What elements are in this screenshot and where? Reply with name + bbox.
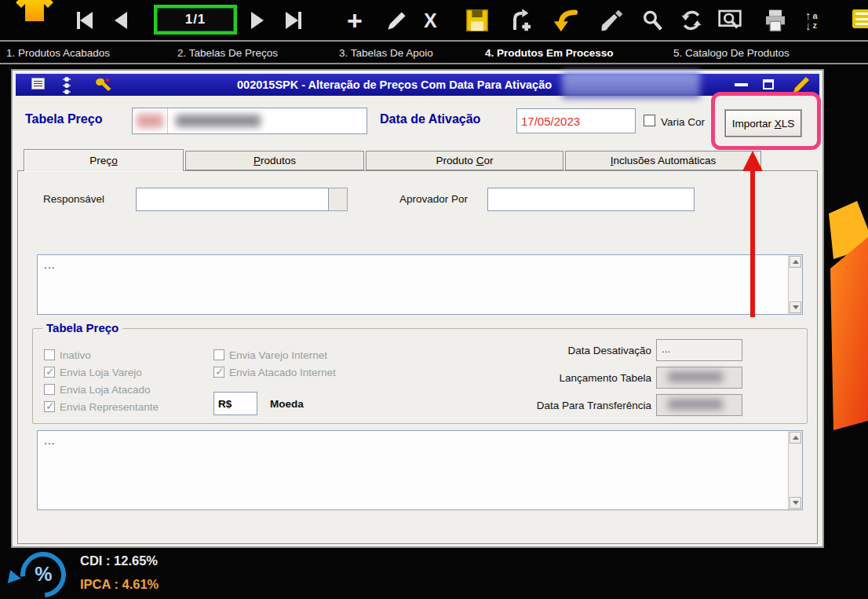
observacoes-memo-top[interactable]: ... [37, 254, 803, 315]
nav-first-button[interactable] [77, 6, 93, 35]
page-indicator-text: 1/1 [185, 12, 206, 27]
memo-top-text: ... [44, 258, 56, 271]
module-tab-strip: 1. Produtos Acabados 2. Tabelas De Preço… [0, 43, 868, 64]
memo-top-scrollbar[interactable] [788, 255, 802, 314]
module-tab-produtos-em-processo[interactable]: 4. Produtos Em Processo [485, 47, 614, 59]
checkbox-envia-loja-atacado[interactable]: Envia Loja Atacado [44, 382, 151, 396]
data-transferencia-field[interactable] [656, 394, 742, 416]
data-transferencia-label: Data Para Transferência [487, 400, 651, 411]
module-tab-tabelas-de-apoio[interactable]: 3. Tabelas De Apoio [339, 47, 433, 59]
add-button[interactable]: + [347, 6, 363, 35]
tab-produto-cor[interactable]: Produto Cor [366, 151, 563, 170]
module-tab-produtos-acabados[interactable]: 1. Produtos Acabados [6, 47, 110, 59]
moeda-input[interactable] [213, 392, 257, 415]
redacted-table-code [137, 114, 163, 128]
redacted-transferencia-value [668, 399, 723, 410]
menu-list-icon[interactable] [852, 9, 868, 28]
minimize-button[interactable] [735, 83, 748, 86]
tabela-preco-label: Tabela Preço [25, 112, 102, 126]
shirt-logo-icon [14, 0, 55, 26]
print-icon-button[interactable] [763, 6, 788, 35]
traffic-light-icon[interactable] [64, 77, 69, 94]
groupbox-caption: Tabela Preço [42, 321, 122, 334]
preview-icon-button[interactable] [717, 6, 742, 35]
checkbox-envia-representante[interactable]: Envia Representante [44, 400, 159, 414]
responsavel-label: Responsável [43, 193, 104, 205]
lancamento-tabela-field[interactable] [656, 367, 742, 389]
scroll-up-icon[interactable] [790, 432, 801, 444]
module-tab-catalogo-de-produtos[interactable]: 5. Catalogo De Produtos [673, 47, 790, 59]
brush-icon-button[interactable] [600, 6, 625, 35]
app-screen: 1/1 + X [0, 0, 868, 599]
data-ativacao-label: Data de Ativação [380, 112, 480, 126]
checkbox-box[interactable] [213, 349, 224, 360]
scroll-up-icon[interactable] [790, 256, 801, 268]
redacted-table-description [176, 115, 261, 127]
delete-x-button[interactable]: X [424, 6, 437, 35]
checkbox-label: Envia Representante [60, 401, 159, 413]
data-ativacao-input[interactable] [516, 108, 636, 133]
responsavel-input[interactable] [136, 188, 329, 211]
responsavel-input-tail [329, 188, 348, 211]
scroll-down-icon[interactable] [790, 497, 801, 509]
aprovador-input[interactable] [487, 188, 695, 211]
data-desativacao-field[interactable]: ... [656, 339, 742, 361]
tab-preco[interactable]: Preço [24, 149, 184, 171]
preco-tab-panel: Responsável Aprovador Por ... Tabela Pre… [17, 170, 818, 544]
scroll-down-icon[interactable] [790, 301, 801, 313]
data-desativacao-label: Data Desativação [487, 345, 651, 356]
wrench-icon[interactable] [96, 77, 113, 95]
search-icon-button[interactable] [640, 6, 664, 35]
varia-cor-checkbox[interactable] [644, 115, 655, 126]
checkbox-label: Envia Loja Atacado [60, 384, 151, 396]
price-change-window: 002015SPK - Alteração de Preços Com Data… [11, 69, 824, 548]
redacted-company-name [562, 71, 700, 98]
checkbox-envia-varejo-internet[interactable]: Envia Varejo Internet [213, 348, 327, 362]
moeda-label: Moeda [270, 398, 304, 410]
wallpaper-flame-graphic [822, 196, 868, 447]
checkbox-label: Envia Atacado Internet [229, 367, 336, 378]
main-toolbar: 1/1 + X [0, 0, 868, 42]
checkbox-box[interactable] [44, 384, 55, 395]
rates-refresh-percent-icon: % [11, 542, 75, 599]
maximize-button[interactable] [763, 79, 774, 89]
varia-cor-label: Varia Cor [661, 116, 705, 128]
checkbox-box[interactable] [44, 367, 55, 378]
nav-last-button[interactable] [286, 6, 301, 35]
edit-pencil-button[interactable] [386, 6, 408, 35]
refresh-icon-button[interactable] [680, 6, 703, 35]
tab-inclusoes-automaticas[interactable]: Inclusões Automáticas [565, 151, 761, 170]
checkbox-inativo[interactable]: Inativo [44, 348, 91, 362]
checkbox-box[interactable] [213, 367, 224, 378]
aprovador-label: Aprovador Por [399, 193, 468, 205]
checkbox-box[interactable] [44, 401, 55, 412]
record-page-indicator: 1/1 [154, 5, 237, 35]
importar-xls-button[interactable]: Importar XLS [725, 110, 801, 137]
save-floppy-button[interactable] [465, 6, 490, 35]
observacoes-memo-bottom[interactable]: ... [37, 430, 803, 510]
red-arrow-line [750, 170, 755, 317]
lancamento-tabela-label: Lançamento Tabela [487, 372, 651, 384]
sort-az-icon-button[interactable]: ↑↓ az [805, 6, 818, 35]
nav-next-button[interactable] [251, 6, 264, 35]
nav-prev-button[interactable] [115, 6, 127, 35]
red-arrow-head [742, 151, 763, 171]
refresh-arrow-head [4, 568, 21, 583]
memo-bottom-scrollbar[interactable] [788, 431, 802, 510]
edit-pencil-title-icon[interactable] [790, 75, 810, 97]
checkbox-label: Envia Loja Varejo [60, 367, 142, 378]
form-icon[interactable] [31, 78, 45, 89]
memo-bottom-text: ... [44, 434, 56, 447]
module-tab-tabelas-de-precos[interactable]: 2. Tabelas De Preços [177, 47, 278, 59]
checkbox-envia-atacado-internet[interactable]: Envia Atacado Internet [213, 365, 336, 379]
checkbox-envia-loja-varejo[interactable]: Envia Loja Varejo [44, 365, 142, 379]
tab-produtos[interactable]: Produtos [185, 151, 364, 170]
copy-arrow-button[interactable] [509, 6, 534, 35]
checkbox-box[interactable] [44, 349, 55, 360]
tabela-preco-input[interactable] [132, 108, 367, 134]
undo-arrow-button[interactable] [551, 6, 579, 35]
window-title: 002015SPK - Alteração de Preços Com Data… [237, 79, 552, 91]
redacted-lancamento-value [668, 371, 723, 382]
cdi-rate-text: CDI : 12.65% [80, 553, 158, 568]
ipca-rate-text: IPCA : 4.61% [80, 577, 159, 592]
